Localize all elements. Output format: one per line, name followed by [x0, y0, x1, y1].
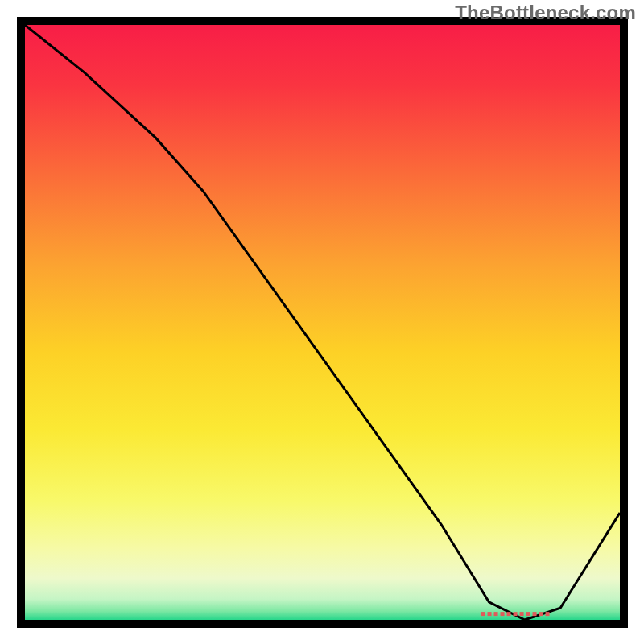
svg-rect-9 — [533, 612, 537, 616]
svg-rect-4 — [501, 612, 505, 616]
svg-rect-1 — [481, 612, 485, 616]
svg-rect-6 — [514, 612, 518, 616]
sweet-spot-marker — [481, 612, 550, 616]
svg-rect-2 — [488, 612, 492, 616]
bottleneck-chart — [0, 0, 644, 644]
svg-rect-8 — [526, 612, 530, 616]
svg-rect-7 — [520, 612, 524, 616]
watermark-text: TheBottleneck.com — [455, 2, 636, 24]
chart-container: TheBottleneck.com — [0, 0, 644, 644]
svg-rect-3 — [494, 612, 498, 616]
plot-background-gradient — [25, 25, 620, 620]
svg-rect-10 — [539, 612, 543, 616]
svg-rect-5 — [507, 612, 511, 616]
svg-rect-11 — [546, 612, 550, 616]
